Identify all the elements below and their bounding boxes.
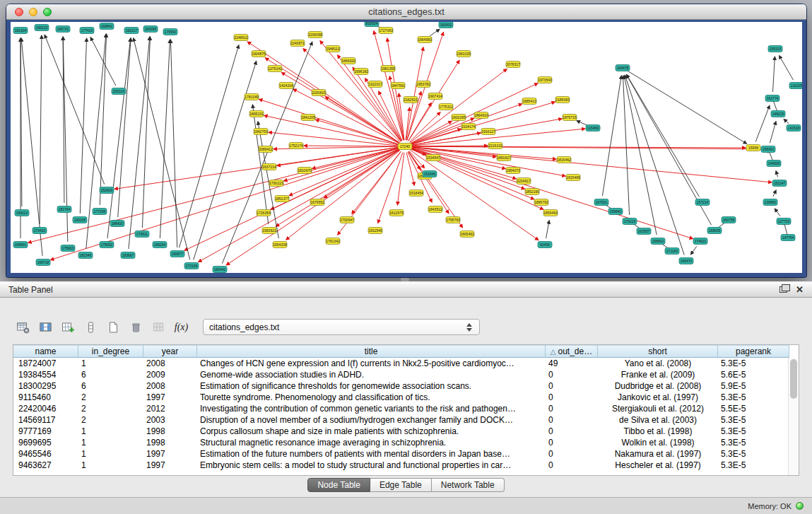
cell-short[interactable]: Stergiakouli et al. (2012) <box>598 403 718 414</box>
graph-node[interactable]: 15958 <box>746 145 760 151</box>
graph-node[interactable]: 178052 <box>100 242 114 248</box>
graph-node[interactable]: 2248612 <box>234 35 248 41</box>
column-header-year[interactable]: year <box>143 345 197 358</box>
cell-short[interactable]: Wolkin et al. (1998) <box>598 437 718 448</box>
cell-title[interactable]: Corpus callosum shape and size in male p… <box>197 426 546 437</box>
graph-node[interactable]: 141518 <box>787 125 801 132</box>
function-builder-icon[interactable]: f(x) <box>172 318 190 337</box>
graph-node[interactable]: 1679552 <box>310 199 324 206</box>
graph-node[interactable]: 164478 <box>616 65 630 71</box>
graph-node[interactable]: 1534547 <box>426 155 440 161</box>
cell-year[interactable]: 1998 <box>143 426 197 437</box>
graph-node[interactable]: 181304 <box>13 28 28 34</box>
cell-pagerank[interactable]: 5.6E-5 <box>718 369 789 380</box>
new-table-icon[interactable] <box>105 318 122 337</box>
cell-out_degree[interactable]: 0 <box>546 380 598 392</box>
graph-node[interactable]: 1322017 <box>368 81 382 88</box>
cell-year[interactable]: 1998 <box>143 437 197 448</box>
graph-node[interactable]: 180442 <box>213 267 227 273</box>
graph-node[interactable]: 1832265 <box>452 115 466 121</box>
graph-node[interactable]: 1948113 <box>326 46 340 52</box>
graph-node[interactable]: 157214 <box>695 199 710 206</box>
graph-node[interactable]: 1866920 <box>341 58 355 64</box>
graph-node[interactable]: 1852190 <box>525 189 539 195</box>
graph-node[interactable]: 158902 <box>651 238 665 245</box>
cell-pagerank[interactable]: 5.3E-5 <box>718 460 789 471</box>
graph-node[interactable]: 151845 <box>423 171 437 177</box>
graph-node[interactable]: 162774 <box>765 95 779 102</box>
graph-node[interactable]: 1864910 <box>474 112 488 119</box>
cell-title[interactable]: Disruption of a novel member of a sodium… <box>197 414 546 426</box>
cell-name[interactable]: 9777169 <box>13 426 78 437</box>
table-row[interactable]: 946554611997Estimation of the future num… <box>13 448 799 460</box>
graph-node[interactable]: 171183 <box>665 248 679 255</box>
graph-node[interactable]: 1726354 <box>257 210 271 216</box>
graph-node[interactable]: 188113 <box>15 210 29 216</box>
graph-node[interactable]: 2216102 <box>488 143 502 149</box>
cell-year[interactable]: 2012 <box>143 403 197 414</box>
table-row[interactable]: 1938455462009Genome-wide association stu… <box>13 369 799 380</box>
cell-in_degree[interactable]: 2 <box>78 392 143 403</box>
graph-node[interactable]: 186731 <box>56 26 70 33</box>
table-row[interactable]: 946362711997Embryonic stem cells: a mode… <box>13 460 799 471</box>
graph-node[interactable]: 1761342 <box>326 238 340 245</box>
row-list-icon[interactable] <box>82 318 100 337</box>
graph-node[interactable]: 2240871 <box>290 40 305 47</box>
graph-node[interactable]: 205103 <box>112 88 126 95</box>
graph-node[interactable]: 170215 <box>623 218 637 225</box>
graph-node[interactable]: 1781049 <box>245 94 259 100</box>
graph-node[interactable]: 1696182 <box>354 69 368 75</box>
graph-node[interactable]: 1637214 <box>262 164 276 170</box>
graph-node[interactable]: 1727063 <box>379 28 393 34</box>
column-header-in_degree[interactable]: in_degree <box>78 345 143 358</box>
cell-year[interactable]: 1997 <box>143 460 197 471</box>
graph-node[interactable]: 1916127 <box>481 129 495 135</box>
graph-node[interactable]: 1911546 <box>368 228 382 234</box>
close-window-button[interactable] <box>15 8 23 16</box>
cell-out_degree[interactable]: 0 <box>546 392 598 403</box>
minimize-window-button[interactable] <box>29 8 37 16</box>
cell-short[interactable]: Yano et al. (2008) <box>598 358 718 369</box>
graph-node[interactable]: 144509 <box>767 160 781 167</box>
cell-pagerank[interactable]: 5.9E-5 <box>718 380 789 392</box>
cell-title[interactable]: Estimation of the future numbers of pati… <box>197 448 546 460</box>
graph-node[interactable]: 169842 <box>100 23 114 30</box>
cell-pagerank[interactable]: 5.3E-5 <box>718 437 789 448</box>
cell-out_degree[interactable]: 0 <box>546 426 598 437</box>
cell-year[interactable]: 2008 <box>143 380 197 392</box>
graph-node[interactable]: 1954073 <box>506 168 520 174</box>
network-graph-canvas[interactable]: 1724022486121904875127514114242041781049… <box>11 22 802 273</box>
cell-in_degree[interactable]: 6 <box>78 380 143 392</box>
graph-node[interactable]: 252609 <box>100 187 114 194</box>
cell-title[interactable]: Estimation of significance thresholds fo… <box>197 380 546 392</box>
cell-pagerank[interactable]: 5.3E-5 <box>718 414 789 426</box>
graph-node[interactable]: 818304 <box>365 22 379 27</box>
graph-node[interactable]: 181764 <box>57 206 71 213</box>
cell-out_degree[interactable]: 0 <box>546 437 598 448</box>
graph-node[interactable]: 139860 <box>763 199 777 206</box>
graph-node[interactable]: 169718 <box>36 259 50 266</box>
table-selector[interactable]: citations_edges.txt <box>203 319 480 335</box>
cell-short[interactable]: Nakamura et al. (1997) <box>598 448 718 460</box>
graph-node[interactable]: 1815462 <box>557 157 571 163</box>
graph-node[interactable]: 127703 <box>777 218 791 225</box>
table-mode-icon[interactable] <box>14 318 32 337</box>
column-header-out_degree[interactable]: △out_de… <box>546 345 598 358</box>
graph-node[interactable]: 1859493 <box>543 210 558 216</box>
cell-pagerank[interactable]: 5.3E-5 <box>718 358 789 369</box>
graph-node[interactable]: 1875715 <box>563 115 577 121</box>
graph-node[interactable]: 1685413 <box>522 98 536 105</box>
graph-node[interactable]: 1895231 <box>249 111 264 117</box>
close-panel-icon[interactable]: ✕ <box>796 285 804 294</box>
table-row[interactable]: 1872400712008Changes of HCN gene express… <box>13 358 799 369</box>
delete-table-icon[interactable] <box>127 318 145 337</box>
table-row[interactable]: 1456911722003Disruption of a novel membe… <box>13 414 799 426</box>
column-header-pagerank[interactable]: pagerank <box>718 345 789 358</box>
cell-short[interactable]: Tibbo et al. (1998) <box>598 426 718 437</box>
graph-node[interactable]: 172109 <box>184 263 199 269</box>
cell-short[interactable]: Jankovic et al. (1997) <box>598 392 718 403</box>
graph-node[interactable]: 132205 <box>789 83 802 89</box>
graph-node[interactable]: 183667 <box>121 252 135 259</box>
cell-in_degree[interactable]: 1 <box>78 437 143 448</box>
graph-node[interactable]: 190223 <box>35 25 49 31</box>
